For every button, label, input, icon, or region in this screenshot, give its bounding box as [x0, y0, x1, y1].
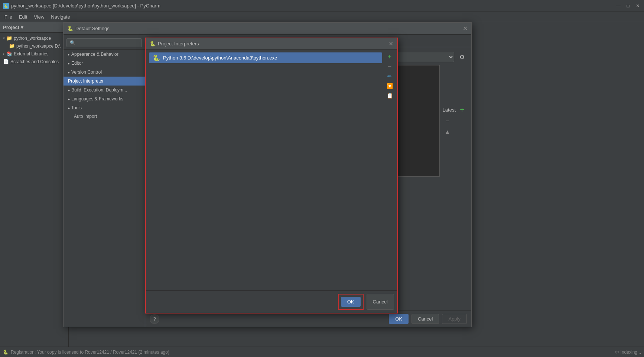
- arrow-icon: ▸: [68, 61, 70, 65]
- status-text: Registration: Your copy is licensed to R…: [11, 350, 169, 355]
- copy-interpreter-button[interactable]: 📋: [385, 91, 394, 100]
- dialog-sidebar: ▸ Appearance & Behavior ▸ Editor ▸ Versi…: [64, 35, 145, 327]
- nav-label: Tools: [71, 105, 82, 110]
- dialog-title-bar: 🐍 Default Settings ✕: [64, 23, 471, 35]
- close-button[interactable]: ✕: [634, 3, 641, 9]
- folder-icon: 📁: [6, 35, 12, 41]
- nav-editor[interactable]: ▸ Editor: [64, 59, 145, 68]
- interpreter-list-container: 🐍 Python 3.6 D:\develop\python\Anaconda3…: [149, 52, 394, 100]
- inner-dialog-title-bar: 🐍 Project Interpreters ✕: [146, 38, 397, 49]
- arrow-icon: ▸: [68, 52, 70, 57]
- project-arrow: ▾: [21, 25, 23, 30]
- inner-dialog-icon: 🐍: [150, 41, 156, 46]
- nav-project-interpreter[interactable]: Project Interpreter: [64, 77, 145, 86]
- arrow-icon: ▸: [68, 97, 70, 101]
- arrow-icon: ▸: [68, 106, 70, 110]
- nav-label: Auto Import: [74, 114, 97, 119]
- settings-gear-button[interactable]: ⚙: [457, 52, 467, 62]
- tree-item-label: python_worksapce: [14, 36, 51, 41]
- title-bar: 🐍 python_worksapce [D:\develop\python\py…: [0, 0, 644, 12]
- latest-header: Latest +: [443, 105, 467, 115]
- nav-build[interactable]: ▸ Build, Execution, Deploym...: [64, 86, 145, 94]
- project-interpreters-dialog: 🐍 Project Interpreters ✕ 🐍 Python 3.6 D:…: [145, 38, 398, 313]
- tree-item-workspace-path[interactable]: 📁 python_worksapce D:\: [0, 42, 68, 50]
- nav-label: Editor: [71, 61, 83, 66]
- latest-label: Latest: [443, 107, 456, 113]
- tree-item-label: python_worksapce D:\: [16, 44, 61, 49]
- nav-label: Languages & Frameworks: [71, 96, 123, 102]
- edit-interpreter-button[interactable]: ✏: [385, 72, 394, 81]
- inner-dialog-close-button[interactable]: ✕: [388, 40, 393, 47]
- nav-label: Version Control: [71, 70, 102, 75]
- dialog-search-area: [64, 36, 145, 50]
- inner-dialog-title-content: 🐍 Project Interpreters: [150, 41, 199, 46]
- nav-label: Project Interpreter: [68, 78, 104, 84]
- minimize-button[interactable]: —: [615, 3, 622, 9]
- indexing-text: ⚙ Indexing...: [615, 350, 641, 355]
- settings-search-input[interactable]: [66, 38, 142, 47]
- default-settings-dialog: 🐍 Default Settings ✕ ▸ Appearance & Beha…: [63, 22, 472, 327]
- tree-item-workspace[interactable]: ▾ 📁 python_worksapce: [0, 34, 68, 42]
- tree-item-label: External Libraries: [14, 51, 48, 57]
- menu-edit[interactable]: Edit: [16, 13, 30, 21]
- status-bar: 🐍 Registration: Your copy is licensed to…: [0, 347, 644, 357]
- dialog-title-content: 🐍 Default Settings: [67, 26, 110, 31]
- title-bar-left: 🐍 python_worksapce [D:\develop\python\py…: [3, 3, 160, 9]
- tree-arrow: ▾: [3, 36, 5, 40]
- interpreter-name: Python 3.6 D:\develop\python\Anaconda3\p…: [163, 55, 277, 61]
- scratches-icon: 📄: [3, 59, 9, 64]
- menu-navigate[interactable]: Navigate: [48, 13, 73, 21]
- inner-cancel-button[interactable]: Cancel: [367, 294, 394, 310]
- project-label: Project: [3, 25, 19, 30]
- filter-interpreter-button[interactable]: 🔽: [385, 81, 394, 90]
- left-panel: Project ▾ ▾ 📁 python_worksapce 📁 python_…: [0, 22, 69, 347]
- library-icon: 📚: [6, 51, 12, 57]
- dialog-icon: 🐍: [67, 26, 73, 31]
- side-toolbar: + − ✏ 🔽 📋: [385, 52, 394, 100]
- ok-button[interactable]: OK: [389, 314, 409, 324]
- tree-arrow: ▸: [3, 52, 5, 56]
- window-title: python_worksapce [D:\develop\python\pyth…: [11, 3, 160, 9]
- tree-item-scratches[interactable]: 📄 Scratches and Consoles: [0, 58, 68, 65]
- up-button[interactable]: ▲: [443, 127, 452, 137]
- project-tree: ▾ 📁 python_worksapce 📁 python_worksapce …: [0, 33, 68, 347]
- ide-body: Project ▾ ▾ 📁 python_worksapce 📁 python_…: [0, 22, 644, 347]
- arrow-icon: ▸: [68, 70, 70, 74]
- status-left: 🐍 Registration: Your copy is licensed to…: [3, 350, 169, 355]
- footer-buttons: OK Cancel Apply: [389, 314, 467, 324]
- menu-view[interactable]: View: [31, 13, 47, 21]
- python-icon: 🐍: [153, 54, 160, 61]
- nav-version-control[interactable]: ▸ Version Control: [64, 68, 145, 77]
- cancel-button[interactable]: Cancel: [412, 314, 439, 324]
- nav-label: Appearance & Behavior: [71, 52, 118, 57]
- project-header: Project ▾: [0, 22, 68, 33]
- menu-bar: File Edit View Navigate: [0, 12, 644, 22]
- nav-label: Build, Execution, Deploym...: [71, 87, 127, 93]
- dialog-title: Default Settings: [75, 26, 110, 31]
- remove-interpreter-button[interactable]: −: [385, 62, 394, 71]
- window-controls: — □ ✕: [615, 3, 641, 9]
- minus-button[interactable]: −: [443, 116, 452, 126]
- nav-appearance[interactable]: ▸ Appearance & Behavior: [64, 50, 145, 59]
- apply-button[interactable]: Apply: [442, 314, 467, 324]
- status-icon: 🐍: [3, 350, 9, 355]
- inner-ok-button[interactable]: OK: [341, 297, 361, 307]
- nav-languages[interactable]: ▸ Languages & Frameworks: [64, 94, 145, 103]
- menu-file[interactable]: File: [1, 13, 15, 21]
- status-right: ⚙ Indexing...: [615, 350, 641, 355]
- nav-tools[interactable]: ▸ Tools: [64, 103, 145, 112]
- ok-button-area: OK: [338, 294, 364, 310]
- dialog-close-button[interactable]: ✕: [463, 25, 468, 32]
- table-right-panel: Latest + − ▲: [443, 105, 467, 137]
- help-button[interactable]: ?: [150, 314, 159, 324]
- inner-dialog-footer: OK Cancel: [146, 290, 397, 313]
- interpreter-list-row[interactable]: 🐍 Python 3.6 D:\develop\python\Anaconda3…: [149, 52, 382, 63]
- arrow-icon: ▸: [68, 88, 70, 92]
- inner-dialog-title: Project Interpreters: [158, 41, 199, 46]
- folder-icon: 📁: [9, 43, 15, 49]
- tree-item-external-libs[interactable]: ▸ 📚 External Libraries: [0, 50, 68, 58]
- add-button[interactable]: +: [457, 105, 467, 115]
- maximize-button[interactable]: □: [625, 3, 631, 9]
- nav-auto-import[interactable]: Auto Import: [64, 112, 145, 120]
- add-interpreter-button[interactable]: +: [385, 52, 394, 61]
